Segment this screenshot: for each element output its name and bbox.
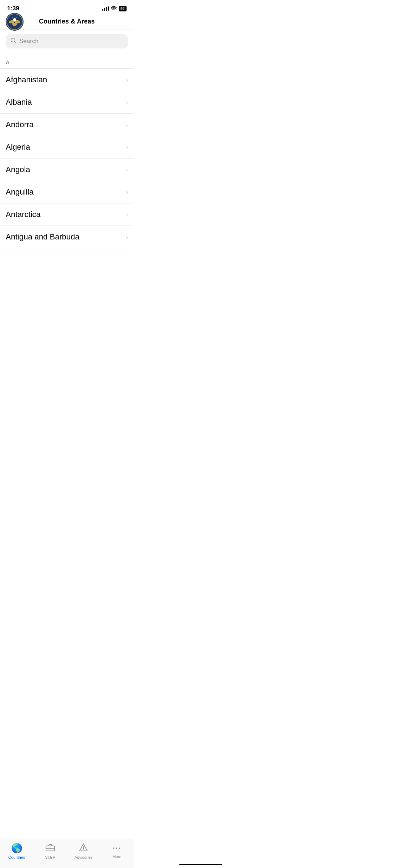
wifi-icon xyxy=(111,6,117,11)
page-title: Countries & Areas xyxy=(39,18,94,25)
list-item[interactable]: Afghanistan › xyxy=(0,69,134,91)
status-time: 1:39 xyxy=(7,5,19,12)
search-container: Search xyxy=(0,30,134,53)
chevron-right-icon: › xyxy=(126,233,128,241)
chevron-right-icon: › xyxy=(126,166,128,174)
chevron-right-icon: › xyxy=(126,211,128,218)
status-bar: 1:39 92 xyxy=(0,0,134,14)
chevron-right-icon: › xyxy=(126,76,128,84)
list-item[interactable]: Anguilla › xyxy=(0,181,134,203)
chevron-right-icon: › xyxy=(126,121,128,129)
country-list: Afghanistan › Albania › Andorra › Algeri… xyxy=(0,69,134,248)
list-item[interactable]: Algeria › xyxy=(0,136,134,159)
list-item[interactable]: Antigua and Barbuda › xyxy=(0,226,134,248)
status-icons: 92 xyxy=(102,6,127,11)
battery-icon: 92 xyxy=(119,6,127,11)
chevron-right-icon: › xyxy=(126,99,128,106)
list-item[interactable]: Andorra › xyxy=(0,114,134,136)
list-item[interactable]: Antarctica › xyxy=(0,203,134,226)
section-header-a: A xyxy=(0,53,134,69)
svg-rect-7 xyxy=(14,22,15,23)
state-dept-logo: ★ ★ ★ ★ xyxy=(6,13,24,31)
country-name: Angola xyxy=(6,165,30,174)
content-area: A Afghanistan › Albania › Andorra › Alge… xyxy=(0,53,134,280)
country-name: Afghanistan xyxy=(6,75,47,84)
svg-rect-8 xyxy=(14,23,15,24)
country-name: Albania xyxy=(6,98,32,107)
svg-line-12 xyxy=(15,42,16,43)
section-letter: A xyxy=(6,59,10,65)
list-item[interactable]: Angola › xyxy=(0,159,134,181)
chevron-right-icon: › xyxy=(126,188,128,196)
svg-point-5 xyxy=(13,18,16,21)
list-item[interactable]: Albania › xyxy=(0,91,134,114)
country-name: Antigua and Barbuda xyxy=(6,232,79,242)
signal-bars-icon xyxy=(102,6,109,11)
page-header: ★ ★ ★ ★ Countries & Areas xyxy=(0,14,134,30)
country-name: Anguilla xyxy=(6,187,34,197)
country-name: Andorra xyxy=(6,120,34,129)
svg-text:★ ★ ★ ★: ★ ★ ★ ★ xyxy=(12,17,17,18)
search-bar[interactable]: Search xyxy=(6,34,128,48)
search-icon xyxy=(11,38,16,45)
country-name: Antarctica xyxy=(6,210,41,219)
search-placeholder: Search xyxy=(19,38,38,45)
country-name: Algeria xyxy=(6,143,30,152)
chevron-right-icon: › xyxy=(126,144,128,151)
